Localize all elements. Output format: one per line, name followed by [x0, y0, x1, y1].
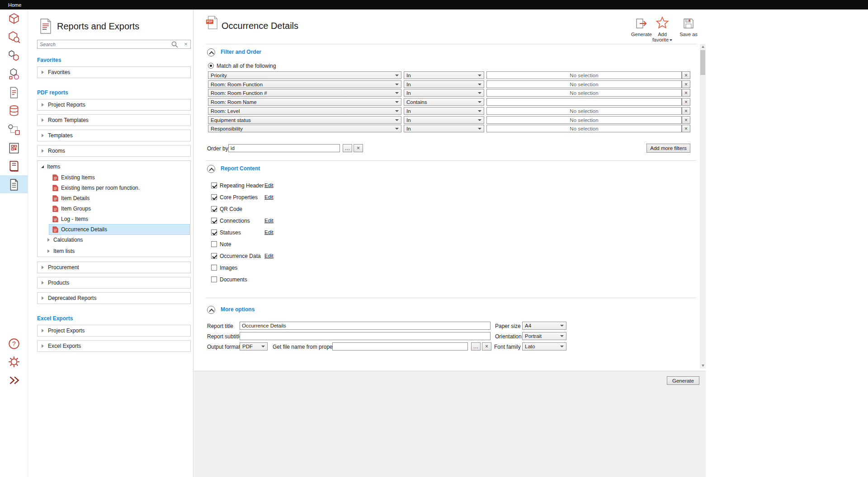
filter-value-input[interactable] [486, 98, 682, 106]
documents-icon[interactable] [8, 86, 20, 99]
scrollbar-down-button[interactable] [700, 363, 706, 369]
order-by-browse-button[interactable]: … [343, 144, 352, 152]
filter-operator-dropdown[interactable]: In [404, 107, 484, 115]
add-more-filters-button[interactable]: Add more filters [646, 144, 690, 153]
home-tab[interactable]: Home [0, 2, 21, 8]
filter-remove-button[interactable]: × [682, 80, 690, 88]
note-checkbox[interactable] [211, 241, 217, 247]
sidebar-item-favorites[interactable]: Favorites [37, 66, 191, 78]
filter-operator-dropdown[interactable]: In [404, 71, 484, 79]
model-search-icon[interactable] [8, 31, 20, 43]
workflow-icon[interactable] [8, 123, 20, 136]
reports-exports-icon[interactable] [8, 178, 20, 191]
systems-icon[interactable] [8, 68, 20, 80]
scrollbar-thumb[interactable] [700, 50, 705, 75]
filter-field-dropdown[interactable]: Equipment status [208, 116, 401, 124]
database-icon[interactable] [8, 105, 20, 117]
edit-link[interactable]: Edit [264, 253, 274, 258]
filter-value-selector[interactable]: No selection [486, 71, 682, 79]
sidebar-item-rooms[interactable]: Rooms [37, 145, 191, 157]
components-icon[interactable] [8, 49, 20, 62]
statuses-checkbox[interactable] [211, 229, 217, 235]
filter-value-selector[interactable]: No selection [486, 80, 682, 88]
tree-group-calculations[interactable]: Calculations [47, 235, 83, 245]
images-checkbox[interactable] [211, 265, 217, 271]
save-as-button[interactable]: Save as [675, 17, 702, 37]
filter-field-dropdown[interactable]: Room: Level [208, 107, 401, 115]
filter-operator-dropdown[interactable]: In [404, 116, 484, 124]
filter-field-dropdown[interactable]: Responsibility [208, 125, 401, 132]
filter-operator-dropdown[interactable]: In [404, 80, 484, 88]
sidebar-item-room-templates[interactable]: Room Templates [37, 114, 191, 126]
filter-value-selector[interactable]: No selection [486, 125, 682, 132]
edit-link[interactable]: Edit [264, 194, 274, 200]
add-favorite-button[interactable]: Add favorite [651, 16, 673, 42]
filter-remove-button[interactable]: × [682, 89, 690, 97]
sidebar-item-templates[interactable]: Templates [37, 130, 191, 141]
filter-field-dropdown[interactable]: Room: Room Name [208, 98, 401, 106]
generate-button[interactable]: Generate [667, 376, 699, 385]
filter-value-selector[interactable]: No selection [486, 107, 682, 115]
model-box-icon[interactable] [8, 12, 20, 25]
match-all-radio[interactable] [208, 63, 214, 69]
repeating-header-checkbox[interactable] [211, 182, 217, 188]
logbook-icon[interactable] [8, 160, 20, 173]
expand-rail-icon[interactable] [8, 374, 20, 387]
filter-field-dropdown[interactable]: Room: Room Function [208, 80, 401, 88]
filter-remove-button[interactable]: × [682, 116, 690, 124]
vertical-scrollbar[interactable] [700, 44, 706, 369]
edit-link[interactable]: Edit [264, 182, 274, 188]
help-icon[interactable]: ? [8, 337, 20, 350]
file-name-property-input[interactable] [332, 342, 468, 351]
tree-item-existing-items[interactable]: Existing Items [49, 173, 189, 182]
filter-remove-button[interactable]: × [682, 125, 690, 132]
tree-group-item-lists[interactable]: Item lists [47, 246, 75, 256]
report-subtitle-input[interactable] [240, 332, 491, 340]
collapse-section-button[interactable] [207, 165, 215, 173]
sidebar-item-items[interactable]: Items [41, 162, 60, 172]
collapse-section-button[interactable] [207, 306, 215, 314]
tree-item-occurrence-details-selected[interactable]: Occurrence Details [49, 224, 189, 234]
tree-item-item-groups[interactable]: Item Groups [49, 204, 189, 214]
sidebar-item-project-reports[interactable]: Project Reports [37, 99, 191, 111]
settings-gear-icon[interactable] [8, 355, 20, 368]
search-input[interactable] [40, 41, 166, 48]
order-by-clear-button[interactable]: × [354, 144, 363, 152]
tree-item-item-details[interactable]: Item Details [49, 193, 189, 203]
font-family-dropdown[interactable]: Lato [522, 342, 566, 351]
filter-value-selector[interactable]: No selection [486, 116, 682, 124]
sidebar-item-excel-exports[interactable]: Excel Exports [37, 340, 191, 352]
output-format-dropdown[interactable]: PDF [240, 342, 268, 351]
tree-item-log-items[interactable]: Log - Items [49, 214, 189, 224]
file-name-clear-button[interactable]: × [482, 342, 491, 351]
orientation-dropdown[interactable]: Portrait [522, 332, 566, 340]
filter-remove-button[interactable]: × [682, 98, 690, 106]
filter-remove-button[interactable]: × [682, 71, 690, 79]
sidebar-item-project-exports[interactable]: Project Exports [37, 325, 191, 337]
sidebar-item-deprecated-reports[interactable]: Deprecated Reports [37, 292, 191, 304]
building-icon[interactable] [8, 142, 20, 154]
core-properties-checkbox[interactable] [211, 194, 217, 200]
file-name-browse-button[interactable]: … [471, 342, 481, 351]
occurrence-data-checkbox[interactable] [211, 253, 217, 259]
filter-field-dropdown[interactable]: Room: Room Function # [208, 89, 401, 97]
collapse-section-button[interactable] [207, 48, 215, 56]
tree-item-existing-items-per-room-function[interactable]: Existing items per room function. [49, 183, 189, 193]
scrollbar-up-button[interactable] [700, 44, 706, 50]
filter-field-dropdown[interactable]: Priority [208, 71, 401, 79]
qr-code-checkbox[interactable] [211, 206, 217, 212]
order-by-input[interactable] [228, 144, 340, 152]
paper-size-dropdown[interactable]: A4 [522, 322, 566, 330]
filter-operator-dropdown[interactable]: In [404, 125, 484, 132]
filter-remove-button[interactable]: × [682, 107, 690, 115]
filter-operator-dropdown[interactable]: Contains [404, 98, 484, 106]
edit-link[interactable]: Edit [264, 229, 274, 235]
search-icon[interactable] [171, 41, 178, 48]
sidebar-item-procurement[interactable]: Procurement [37, 262, 191, 273]
documents-checkbox[interactable] [211, 276, 217, 282]
sidebar-item-products[interactable]: Products [37, 277, 191, 289]
report-title-input[interactable] [240, 322, 491, 330]
edit-link[interactable]: Edit [264, 218, 274, 223]
filter-operator-dropdown[interactable]: In [404, 89, 484, 97]
filter-value-selector[interactable]: No selection [486, 89, 682, 97]
